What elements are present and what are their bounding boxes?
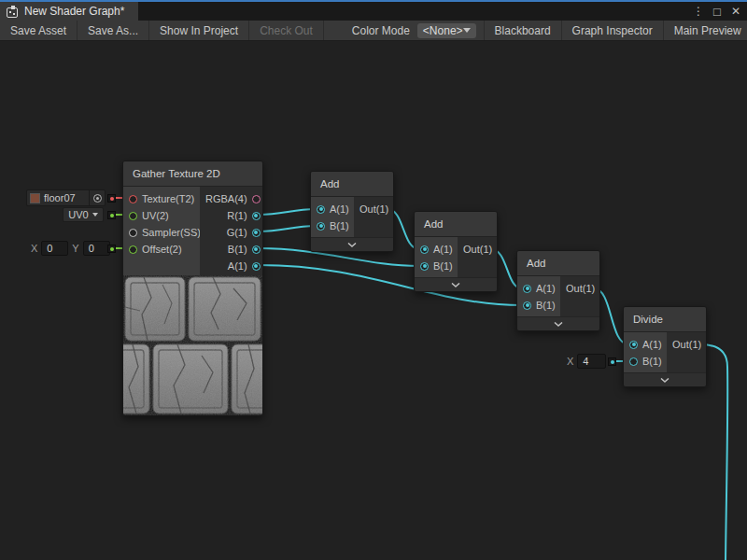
texture-name: floor07 [40, 192, 89, 203]
node-add-1[interactable]: Add A(1) B(1) Out(1) [310, 171, 394, 252]
object-picker-icon [93, 194, 102, 203]
graph-inspector-toggle-button[interactable]: Graph Inspector [561, 21, 663, 40]
node-divide[interactable]: Divide A(1) B(1) Out(1) [623, 306, 707, 387]
node-body: A(1) B(1) Out(1) [517, 276, 599, 316]
chevron-down-icon [347, 243, 357, 247]
tab-title: New Shader Graph* [24, 5, 124, 18]
chevron-down-icon [451, 283, 460, 287]
port-label: B(1) [642, 356, 662, 367]
port-label: B(1) [433, 260, 453, 272]
port-label: G(1) [227, 227, 247, 238]
node-title[interactable]: Add [311, 172, 393, 197]
port-a[interactable] [523, 285, 531, 293]
texture-preview-stone-tiles [123, 275, 262, 415]
node-collapse-bar[interactable] [517, 316, 599, 330]
port-label: B(1) [228, 244, 247, 255]
chevron-down-icon [554, 322, 563, 327]
output-ports: Out(1) [354, 197, 394, 237]
port-out[interactable] [497, 245, 498, 254]
port-label: RGBA(4) [205, 193, 247, 204]
input-ports: A(1) B(1) [415, 237, 458, 277]
offset-x-input[interactable]: 0 [41, 241, 68, 256]
port-a[interactable] [252, 262, 261, 271]
node-collapse-bar[interactable] [415, 277, 497, 291]
port-label: A(1) [330, 203, 349, 215]
x-label: X [31, 243, 37, 254]
offset-y-input[interactable]: 0 [83, 241, 110, 256]
node-title[interactable]: Add [517, 251, 599, 276]
port-sampler[interactable] [129, 229, 137, 237]
port-g[interactable] [252, 229, 261, 237]
port-out[interactable] [599, 285, 600, 293]
node-body: A(1) B(1) Out(1) [311, 197, 393, 237]
port-label: A(1) [433, 244, 453, 255]
port-out[interactable] [393, 205, 394, 214]
tab-new-shader-graph[interactable]: New Shader Graph* [0, 2, 138, 21]
input-ports: A(1) B(1) [311, 197, 354, 237]
node-collapse-bar[interactable] [624, 372, 706, 386]
port-a[interactable] [420, 245, 429, 254]
chevron-down-icon [463, 28, 471, 33]
texture-object-field[interactable]: floor07 [26, 189, 106, 206]
port-stub-uv [107, 211, 116, 219]
color-mode-label: Color Mode [324, 24, 417, 37]
port-label: UV(2) [142, 210, 169, 221]
port-out[interactable] [706, 341, 707, 349]
show-in-project-button[interactable]: Show In Project [149, 21, 249, 40]
port-b[interactable] [252, 245, 261, 254]
port-rgba[interactable] [252, 195, 261, 203]
color-mode-dropdown[interactable]: <None> [417, 23, 476, 38]
output-ports: Out(1) [667, 332, 707, 372]
port-stub-texture [107, 194, 116, 203]
uv-channel-dropdown[interactable]: UV0 [63, 207, 104, 222]
input-ports: A(1) B(1) [624, 332, 667, 372]
divide-b-input[interactable]: 4 [577, 354, 606, 369]
port-stub-divide-b [608, 357, 616, 366]
x-label: X [567, 356, 573, 367]
node-add-3[interactable]: Add A(1) B(1) Out(1) [516, 250, 600, 331]
window-menu-icon[interactable]: ⋮ [691, 5, 706, 18]
main-preview-toggle-button[interactable]: Main Preview [663, 21, 747, 40]
port-texture[interactable] [129, 195, 137, 203]
node-title[interactable]: Gather Texture 2D [123, 161, 262, 187]
port-r[interactable] [252, 212, 261, 220]
port-label: Out(1) [359, 203, 388, 215]
chevron-down-icon [92, 213, 98, 217]
input-ports: A(1) B(1) [517, 276, 560, 316]
port-label: Texture(T2) [142, 193, 194, 204]
blackboard-toggle-button[interactable]: Blackboard [484, 21, 561, 40]
offset-vector2-widget: X 0 Y 0 [31, 241, 110, 256]
node-body: A(1) B(1) Out(1) [415, 237, 497, 277]
save-asset-button[interactable]: Save Asset [0, 21, 78, 40]
save-as-button[interactable]: Save As... [78, 21, 149, 40]
port-b[interactable] [420, 262, 429, 271]
maximize-icon[interactable]: □ [710, 5, 725, 19]
node-title[interactable]: Add [415, 212, 497, 237]
port-b[interactable] [629, 357, 638, 366]
output-ports: RGBA(4) R(1) G(1) B(1) A(1) [200, 187, 263, 275]
close-icon[interactable]: ✕ [728, 5, 743, 18]
port-uv[interactable] [129, 212, 137, 220]
port-b[interactable] [317, 222, 325, 231]
window-controls: ⋮ □ ✕ [691, 2, 747, 21]
object-picker-button[interactable] [89, 190, 105, 205]
port-a[interactable] [629, 341, 638, 349]
input-ports: Texture(T2) UV(2) Sampler(SS) Offset(2) [123, 187, 200, 275]
port-label: A(1) [642, 339, 662, 350]
output-ports: Out(1) [560, 276, 600, 316]
port-label: Out(1) [566, 283, 595, 294]
port-label: Out(1) [672, 339, 701, 350]
node-collapse-bar[interactable] [311, 237, 393, 251]
node-gather-texture-2d[interactable]: Gather Texture 2D Texture(T2) UV(2) Samp… [122, 161, 263, 416]
port-label: Offset(2) [142, 244, 182, 255]
port-a[interactable] [317, 205, 325, 214]
port-label: A(1) [228, 260, 247, 272]
node-title[interactable]: Divide [624, 307, 706, 332]
graph-canvas[interactable] [0, 41, 747, 560]
toolbar-right-group: Blackboard Graph Inspector Main Preview [484, 21, 747, 40]
texture-swatch [30, 193, 40, 203]
port-b[interactable] [523, 301, 531, 310]
port-offset[interactable] [129, 245, 137, 254]
node-add-2[interactable]: Add A(1) B(1) Out(1) [414, 211, 498, 292]
output-ports: Out(1) [458, 237, 498, 277]
